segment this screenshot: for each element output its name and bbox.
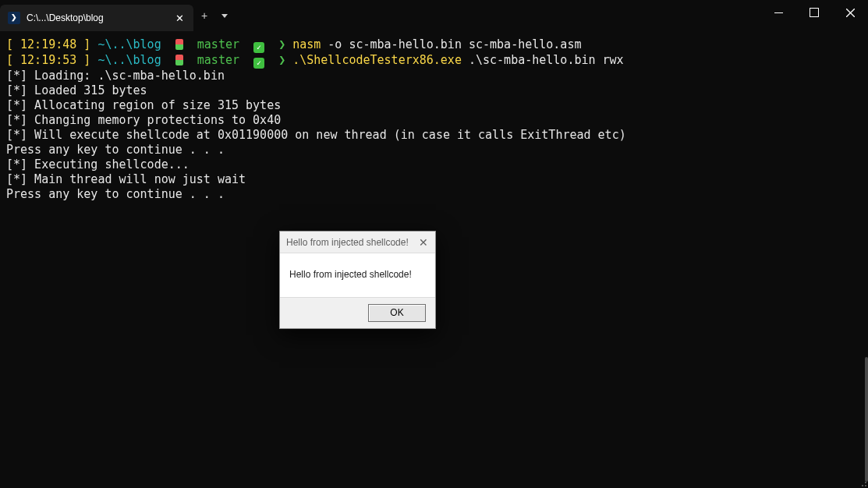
window-controls: [760, 0, 868, 31]
maximize-button[interactable]: [796, 0, 832, 25]
powershell-icon: [8, 12, 20, 24]
output-line: Press any key to continue . . .: [6, 187, 225, 201]
cmd-args: -o sc-mba-hello.bin sc-mba-hello.asm: [321, 37, 581, 51]
output-line: [*] Executing shellcode...: [6, 157, 190, 172]
prompt-time: 12:19:48: [20, 37, 76, 51]
cmd-program: nasm: [292, 37, 321, 51]
git-status-ok-icon: ✓: [253, 58, 264, 69]
git-status-ok-icon: ✓: [253, 42, 264, 53]
close-icon: [846, 9, 855, 17]
output-line: [*] Loaded 315 bytes: [6, 83, 147, 97]
tab-dropdown-button[interactable]: [221, 9, 228, 22]
tab-active[interactable]: C:\...\Desktop\blog ✕: [0, 5, 193, 31]
prompt-chevron: ❯: [278, 37, 285, 51]
tab-close-icon[interactable]: ✕: [173, 12, 186, 24]
new-tab-button[interactable]: +: [201, 9, 207, 22]
dialog-body: Hello from injected shellcode!: [280, 253, 435, 297]
resize-grip-icon[interactable]: [859, 479, 866, 486]
ok-button[interactable]: OK: [368, 304, 426, 322]
output-line: [*] Changing memory protections to 0x40: [6, 113, 281, 127]
dialog-messagebox: Hello from injected shellcode! ✕ Hello f…: [279, 231, 436, 329]
window-close-button[interactable]: [832, 0, 868, 25]
prompt-chevron: ❯: [278, 53, 285, 67]
prompt-branch: master: [197, 53, 239, 67]
prompt-branch: master: [197, 37, 239, 51]
output-line: [*] Allocating region of size 315 bytes: [6, 98, 281, 112]
prompt-time-bracket: ]: [76, 37, 90, 51]
dialog-titlebar[interactable]: Hello from injected shellcode! ✕: [280, 232, 435, 253]
scrollbar-thumb[interactable]: [865, 357, 868, 482]
cmd-args: .\sc-mba-hello.bin rwx: [462, 53, 624, 67]
output-line: [*] Will execute shellcode at 0x01190000…: [6, 128, 626, 142]
git-dirty-icon: [175, 39, 183, 50]
chevron-down-icon: [221, 14, 228, 18]
prompt-time-bracket: [: [6, 53, 20, 67]
prompt-time-bracket: ]: [76, 53, 90, 67]
output-line: [*] Loading: .\sc-mba-hello.bin: [6, 69, 225, 83]
prompt-path: ~\..\blog: [97, 37, 161, 51]
prompt-time: 12:19:53: [20, 53, 76, 67]
window-titlebar: C:\...\Desktop\blog ✕ +: [0, 0, 868, 31]
tab-title: C:\...\Desktop\blog: [27, 12, 173, 23]
dialog-footer: OK: [280, 297, 435, 328]
terminal-viewport[interactable]: [ 12:19:48 ] ~\..\blog master ✓ ❯ nasm -…: [0, 31, 868, 208]
dialog-close-button[interactable]: ✕: [412, 232, 435, 253]
prompt-path: ~\..\blog: [97, 53, 161, 67]
cmd-program: .\ShellcodeTesterx86.exe: [292, 53, 462, 67]
minimize-button[interactable]: [760, 0, 796, 25]
dialog-title: Hello from injected shellcode!: [286, 237, 412, 248]
tab-actions: +: [193, 0, 228, 31]
output-line: Press any key to continue . . .: [6, 143, 225, 157]
prompt-time-bracket: [: [6, 37, 20, 51]
output-line: [*] Main thread will now just wait: [6, 172, 246, 186]
git-dirty-icon: [175, 55, 183, 65]
